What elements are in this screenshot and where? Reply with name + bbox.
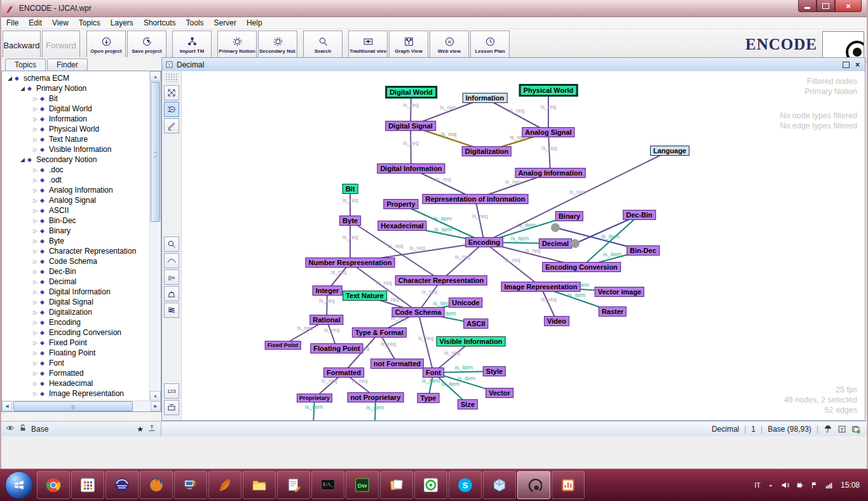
grid-app-icon[interactable] [71,471,104,499]
expand-toggle-icon[interactable]: ▷ [31,116,39,122]
graph-node-proprietary[interactable]: Proprietary [297,394,332,402]
graph-node-encoding[interactable]: Encoding [465,237,503,247]
panel-close-icon[interactable]: × [855,62,860,68]
expand-toggle-icon[interactable]: ▷ [31,96,39,102]
weight-tool-button[interactable] [164,286,179,301]
language-indicator[interactable]: IT [754,481,761,489]
graph-node-hexadecimal[interactable]: Hexadecimal [377,221,426,231]
graphview-status-icon[interactable] [837,425,846,434]
graph-node-video[interactable]: Video [544,316,569,326]
graph-node-digital-signal[interactable]: Digital Signal [385,121,436,131]
scroll-right-icon[interactable]: ▶ [151,401,161,411]
hidden-icons-chevron[interactable] [766,481,775,490]
scroll-left-icon[interactable]: ◀ [2,401,12,411]
volume-icon[interactable] [781,481,790,490]
graph-node-integer[interactable]: Integer [313,285,342,296]
export-layer-icon[interactable] [147,423,156,435]
expand-toggle-icon[interactable]: ▷ [31,188,39,193]
collapse-toggle-icon[interactable]: ◢ [18,85,27,92]
expand-toggle-icon[interactable]: ▷ [31,218,39,224]
tree-item-hexadecimal[interactable]: ▷◆Hexadecimal [2,378,150,388]
network-signal-icon[interactable] [825,481,834,490]
pan-mode-button[interactable] [164,102,179,117]
graph-view-button[interactable]: Graph View [389,31,428,60]
graph-node-image-representation[interactable]: Image Representation [501,282,581,292]
menu-edit[interactable]: Edit [24,18,47,27]
graph-node-digital-world[interactable]: Digital World [385,86,437,99]
curve-tool-button[interactable] [164,253,179,268]
topicmap-status-icon[interactable] [824,425,832,434]
tree-item-information[interactable]: ▷◆Information [2,114,150,124]
menu-topics[interactable]: Topics [74,18,105,27]
graph-node-character-representation[interactable]: Character Representation [395,275,487,285]
expand-toggle-icon[interactable]: ▷ [31,177,39,183]
tree-item-formatted[interactable]: ▷◆Formatted [2,368,150,378]
tree-item-analog-information[interactable]: ▷◆Analog Information [2,185,150,195]
collapse-panel-button[interactable] [164,400,179,415]
expand-toggle-icon[interactable]: ▷ [31,137,39,142]
forward-button[interactable]: Forward [42,31,80,60]
tree-item-binary[interactable]: ▷◆Binary [2,226,150,236]
expand-toggle-icon[interactable]: ▷ [31,299,39,305]
expand-toggle-icon[interactable]: ▷ [31,360,39,366]
tree-item-text-nature[interactable]: ▷◆Text Nature [2,134,150,144]
tree-item-schema-ecm[interactable]: ◢◆schema ECM [2,73,150,83]
scroll-down-icon[interactable]: ▼ [150,391,161,401]
fit-view-button[interactable] [164,85,179,100]
expand-toggle-icon[interactable]: ▷ [31,289,39,295]
expand-toggle-icon[interactable]: ▷ [31,106,39,112]
graph-node-visible-information[interactable]: Visible Information [437,336,506,347]
graph-node-bit[interactable]: Bit [342,184,358,194]
graph-node-style[interactable]: Style [483,366,506,376]
tree-item-digitalization[interactable]: ▷◆Digitalization [2,307,150,317]
graph-node-dec-bin[interactable]: Dec-Bin [623,210,656,220]
graph-node-formatted[interactable]: Formatted [323,367,364,378]
graph-node-vector[interactable]: Vector [485,388,513,398]
graph-handle-dot[interactable] [571,239,580,248]
minimize-button[interactable] [798,0,817,12]
import-tm-button[interactable]: Import TM [172,31,212,60]
clock[interactable]: 15:08 [841,481,860,490]
graph-node-language[interactable]: Language [650,146,689,156]
numbers-tool-button[interactable]: 123 [164,383,179,399]
expand-toggle-icon[interactable]: ▷ [31,279,39,285]
menu-server[interactable]: Server [209,18,241,27]
graph-node-rational[interactable]: Rational [309,315,343,325]
expand-toggle-icon[interactable]: ▷ [31,310,39,315]
menu-file[interactable]: File [1,18,24,27]
menu-layers[interactable]: Layers [105,18,139,27]
menu-view[interactable]: View [47,18,74,27]
tree-item-primary-notion[interactable]: ◢◆Primary Notion [2,83,150,93]
expand-toggle-icon[interactable]: ▷ [31,208,39,214]
graph-node-binary[interactable]: Binary [555,211,583,221]
panel-maximize-icon[interactable] [843,62,850,68]
lesson-plan-button[interactable]: Lesson Plan [470,31,510,60]
explorer-icon[interactable] [243,471,276,499]
graph-node-decimal[interactable]: Decimal [539,238,572,249]
graph-node-floating-point[interactable]: Floating Point [310,343,363,353]
graph-node-ascii[interactable]: ASCII [463,319,488,329]
graph-node-type-format[interactable]: Type & Format [352,327,407,338]
star-icon[interactable]: ★ [137,425,144,434]
graph-node-not-proprietary[interactable]: not Proprietary [348,392,404,402]
tree-item-encoding[interactable]: ▷◆Encoding [2,317,150,327]
encode-app-button[interactable] [517,471,550,499]
graph-node-analog-signal[interactable]: Analog Signal [522,127,574,137]
notepad-icon[interactable] [277,471,310,499]
graph-node-size[interactable]: Size [458,399,478,409]
collapse-toggle-icon[interactable]: ◢ [18,156,27,163]
tree-item-dec-bin[interactable]: ▷◆Dec-Bin [2,266,150,277]
expand-toggle-icon[interactable]: ▷ [31,198,39,203]
open-project-button[interactable]: Open project [86,31,126,60]
backward-button[interactable]: Backward [3,31,41,60]
graph-node-bin-dec[interactable]: Bin-Dec [627,245,660,256]
graph-node-not-formatted[interactable]: not Formatted [370,359,424,369]
secondary-notion-button[interactable]: Secondary Not... [258,31,297,60]
dreamweaver-icon[interactable]: Dw [346,471,379,499]
tree-item-fixed-point[interactable]: ▷◆Fixed Point [2,338,150,348]
eye-icon[interactable] [6,423,15,435]
tree-item-bin-dec[interactable]: ▷◆Bin-Dec [2,216,150,226]
chrome-icon[interactable] [37,471,70,499]
graph-node-fixed-point[interactable]: Fixed Point [265,341,301,350]
graph-node-code-schema[interactable]: Code Schema [392,307,445,317]
